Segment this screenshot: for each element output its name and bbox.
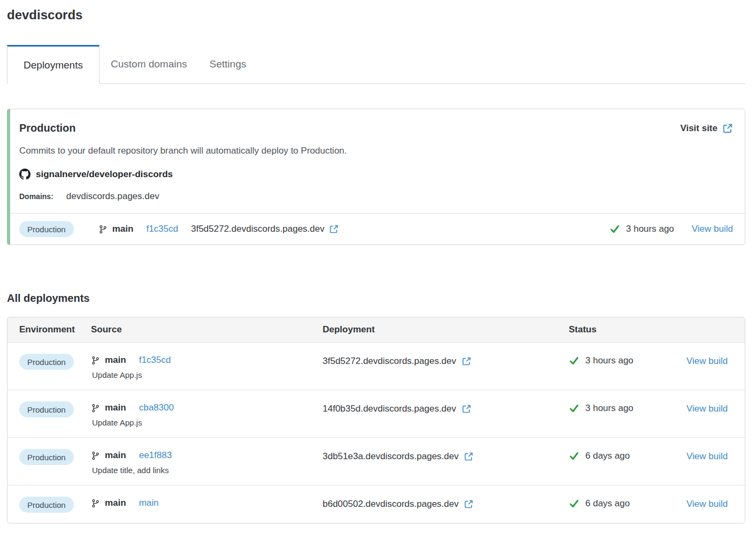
external-link-icon[interactable] [462,356,471,366]
domains-label: Domains: [19,192,54,201]
git-branch-icon [91,499,100,508]
branch-name: main [105,355,126,366]
visit-site-link[interactable]: Visit site [680,123,733,134]
table-row: Production main cba8300 Update App.js [7,390,745,437]
tab-deployments[interactable]: Deployments [7,45,100,84]
success-check-icon [609,224,620,234]
repo-name[interactable]: signalnerve/developer-discords [36,169,173,180]
table-row: Production main main b6d00502.de [7,485,745,523]
branch-name: main [105,498,126,508]
tab-bar: Deployments Custom domains Settings [7,45,745,84]
table-header: Environment Source Deployment Status [7,317,745,343]
github-icon [19,169,30,180]
status-time: 3 hours ago [585,355,633,366]
external-link-icon[interactable] [462,404,471,414]
commit-link[interactable]: f1c35cd [139,355,171,366]
success-check-icon [569,498,579,509]
tab-settings-label: Settings [210,58,247,70]
commit-link[interactable]: main [139,498,159,508]
git-branch-icon [91,451,100,460]
table-row: Production main f1c35cd Update App.js [7,343,745,390]
deployment-url: 3f5d5272.devdiscords.pages.dev [191,224,325,234]
success-check-icon [569,451,579,461]
external-link-icon [722,123,733,134]
success-check-icon [569,355,579,366]
view-build-link[interactable]: View build [686,499,728,509]
success-check-icon [569,403,579,414]
view-build-link[interactable]: View build [692,224,733,234]
commit-message: Update App.js [92,418,323,427]
tab-deployments-label: Deployments [24,59,83,71]
column-header-source: Source [91,324,323,335]
deployments-table: Environment Source Deployment Status Pro… [7,317,745,523]
view-build-link[interactable]: View build [686,356,728,366]
status-time: 3 hours ago [626,224,674,234]
external-link-icon[interactable] [329,224,339,234]
git-branch-icon [91,356,100,365]
external-link-icon[interactable] [464,452,474,461]
branch-name: main [112,224,134,234]
column-header-environment: Environment [7,324,91,335]
commit-link[interactable]: ee1f883 [139,450,172,461]
commit-link[interactable]: f1c35cd [146,224,178,234]
commit-link[interactable]: cba8300 [139,402,174,413]
production-card-title: Production [19,122,76,134]
deployment-url: 14f0b35d.devdiscords.pages.dev [323,404,456,414]
branch-name: main [105,402,126,413]
commit-message: Update App.js [92,370,323,379]
status-time: 3 hours ago [585,403,633,414]
domains-value: devdiscords.pages.dev [66,191,159,202]
tab-custom-domains[interactable]: Custom domains [100,45,198,83]
view-build-link[interactable]: View build [686,404,728,414]
external-link-icon[interactable] [464,499,474,509]
environment-badge: Production [19,449,74,465]
column-header-status: Status [569,324,686,335]
column-header-deployment: Deployment [323,324,569,335]
tab-settings[interactable]: Settings [198,45,258,83]
environment-badge: Production [19,221,74,237]
visit-site-label: Visit site [680,123,717,134]
tab-custom-domains-label: Custom domains [111,58,187,70]
table-body: Production main f1c35cd Update App.js [7,343,745,523]
production-card: Production Visit site Commits to your de… [7,109,745,245]
git-branch-icon [98,225,108,234]
branch-name: main [105,450,126,461]
deployment-url: b6d00502.devdiscords.pages.dev [323,499,459,510]
all-deployments-heading: All deployments [7,292,745,305]
environment-badge: Production [19,354,74,370]
status-time: 6 days ago [585,498,630,509]
page-title: devdiscords [7,7,745,22]
deployment-url: 3f5d5272.devdiscords.pages.dev [323,356,456,367]
production-description: Commits to your default repository branc… [19,146,733,156]
status-time: 6 days ago [585,451,630,461]
table-row: Production main ee1f883 Update title, ad… [7,437,745,485]
deployment-url: 3db51e3a.devdiscords.pages.dev [323,451,459,462]
commit-message: Update title, add links [92,466,323,475]
git-branch-icon [91,404,100,413]
view-build-link[interactable]: View build [686,451,728,461]
environment-badge: Production [19,401,74,417]
page-container: devdiscords Deployments Custom domains S… [7,7,745,523]
environment-badge: Production [19,497,74,513]
production-deployment-row: Production main f1c35cd 3f5d5272.devdisc… [10,213,745,245]
